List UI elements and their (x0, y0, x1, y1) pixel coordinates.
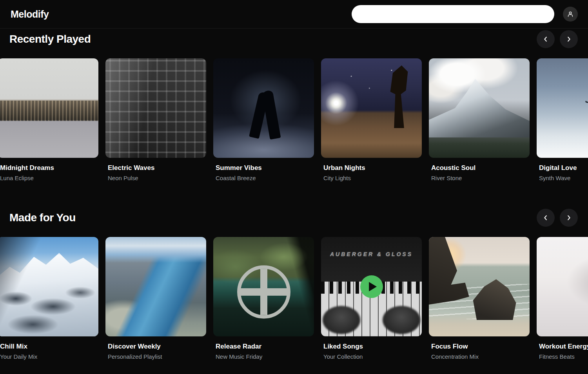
card-title: Acoustic Soul (431, 164, 530, 172)
card-title: Liked Songs (323, 343, 422, 351)
piano-brand-text: AUBERGER & GLOSS (321, 251, 422, 257)
card-title: Release Radar (216, 343, 314, 351)
carousel-next-button[interactable] (560, 209, 578, 227)
playlist-card-workout-energy[interactable]: Workout Energy Fitness Beats (537, 237, 588, 360)
card-subtitle: Your Collection (323, 353, 422, 360)
section-header: Recently Played (0, 30, 588, 48)
playlist-card-electric-waves[interactable]: Electric Waves Neon Pulse (105, 58, 206, 181)
album-art (213, 237, 314, 336)
card-title: Chill Mix (0, 343, 98, 351)
playlist-card-focus-flow[interactable]: Focus Flow Concentration Mix (429, 237, 530, 360)
carousel-prev-button[interactable] (537, 209, 555, 227)
card-title: Midnight Dreams (0, 164, 98, 172)
card-title: Focus Flow (431, 343, 530, 351)
album-art: AUBERGER & GLOSS (321, 237, 422, 336)
album-art (213, 58, 314, 158)
card-subtitle: Fitness Beats (539, 353, 588, 360)
section-title: Recently Played (9, 33, 91, 45)
carousel-arrows (537, 30, 578, 48)
chevron-left-icon (542, 36, 549, 43)
playlist-card-acoustic-soul[interactable]: Acoustic Soul River Stone (429, 58, 530, 181)
playlist-card-urban-nights[interactable]: Urban Nights City Lights (321, 58, 422, 181)
card-title: Workout Energy (539, 343, 588, 351)
playlist-card-midnight-dreams[interactable]: Midnight Dreams Luna Eclipse (0, 58, 98, 181)
carousel-prev-button[interactable] (537, 30, 555, 48)
album-art (105, 58, 206, 158)
playlist-card-digital-love[interactable]: Digital Love Synth Wave (537, 58, 588, 181)
card-subtitle: Your Daily Mix (0, 353, 98, 360)
playlist-card-chill-mix[interactable]: Chill Mix Your Daily Mix (0, 237, 98, 360)
chevron-left-icon (542, 214, 549, 221)
section-header: Made for You (0, 209, 588, 227)
card-title: Electric Waves (108, 164, 206, 172)
card-subtitle: Coastal Breeze (216, 175, 314, 181)
playlist-card-summer-vibes[interactable]: Summer Vibes Coastal Breeze (213, 58, 314, 181)
app-header: Melodify (0, 0, 588, 29)
playlist-card-liked-songs[interactable]: AUBERGER & GLOSS Liked Songs Your Collec… (321, 237, 422, 360)
album-art (429, 237, 530, 336)
app-logo[interactable]: Melodify (11, 9, 49, 20)
playlist-card-discover-weekly[interactable]: Discover Weekly Personalized Playlist (105, 237, 206, 360)
user-icon (566, 10, 574, 18)
section-title: Made for You (9, 211, 76, 224)
user-account-button[interactable] (563, 7, 578, 22)
album-art (105, 237, 206, 336)
card-subtitle: Concentration Mix (431, 353, 530, 360)
card-subtitle: Synth Wave (539, 175, 588, 181)
play-button[interactable] (360, 275, 383, 298)
card-subtitle: Personalized Playlist (108, 353, 206, 360)
section-made-for-you: Made for You Chill Mix Your Daily Mix Di… (0, 209, 588, 360)
card-row: Chill Mix Your Daily Mix Discover Weekly… (0, 237, 588, 360)
card-subtitle: Neon Pulse (108, 175, 206, 181)
album-art (0, 237, 98, 336)
card-title: Discover Weekly (108, 343, 206, 351)
card-title: Urban Nights (323, 164, 422, 172)
card-subtitle: River Stone (431, 175, 530, 181)
carousel-arrows (537, 209, 578, 227)
card-subtitle: New Music Friday (216, 353, 314, 360)
search-input[interactable] (352, 5, 554, 23)
chevron-right-icon (565, 214, 572, 221)
chevron-right-icon (565, 36, 572, 43)
card-subtitle: Luna Eclipse (0, 175, 98, 181)
card-title: Summer Vibes (216, 164, 314, 172)
carousel-next-button[interactable] (560, 30, 578, 48)
card-row: Midnight Dreams Luna Eclipse Electric Wa… (0, 58, 588, 181)
section-recently-played: Recently Played Midnight Dreams Luna Ecl… (0, 30, 588, 181)
album-art (537, 237, 588, 336)
album-art (321, 58, 422, 158)
card-title: Digital Love (539, 164, 588, 172)
album-art (0, 58, 98, 158)
album-art (429, 58, 530, 158)
play-icon (368, 282, 377, 291)
playlist-card-release-radar[interactable]: Release Radar New Music Friday (213, 237, 314, 360)
card-subtitle: City Lights (323, 175, 422, 181)
album-art (537, 58, 588, 158)
